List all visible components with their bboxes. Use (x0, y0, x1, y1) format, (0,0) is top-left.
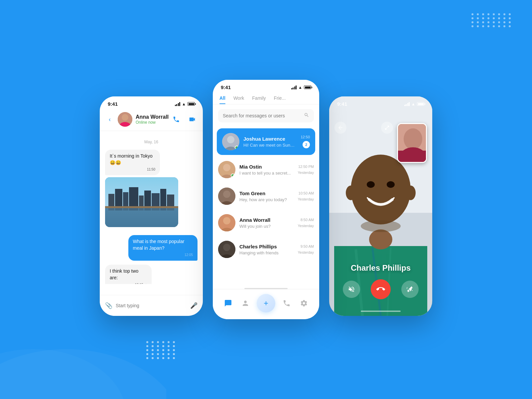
microphone-icon[interactable]: 🎤 (190, 302, 198, 309)
compose-plus-icon: + (264, 299, 268, 308)
chat-status-time: 9:41 (108, 101, 118, 107)
conversation-anna[interactable]: Anna Worrall Will you join us? 8:50 AM Y… (213, 209, 319, 236)
avatar-tom (218, 188, 235, 205)
tab-friends[interactable]: Frie... (274, 95, 286, 104)
list-wifi-icon: ▲ (298, 85, 302, 90)
svg-point-47 (367, 181, 375, 188)
conversation-time-mia: 12:50 PM (298, 165, 314, 169)
contact-name: Anna Worrall (136, 114, 171, 120)
chat-battery (188, 102, 195, 106)
call-wifi-icon: ▲ (411, 102, 415, 106)
conversation-preview-mia: I want to tell you a secret... (239, 171, 294, 176)
conversation-preview-charles: Hanging with friends (239, 250, 294, 255)
video-call-button[interactable] (187, 114, 198, 125)
svg-point-53 (404, 128, 422, 150)
self-video-preview (397, 123, 427, 163)
avatar-anna (218, 214, 235, 231)
svg-point-45 (369, 229, 392, 249)
list-signal (291, 85, 297, 89)
conversation-time-joshua: 12:50 (301, 135, 310, 139)
conversation-meta-joshua: 12:50 2 (301, 135, 310, 148)
tab-family[interactable]: Family (252, 95, 266, 104)
phones-container: 9:41 ▲ ‹ (100, 80, 432, 319)
svg-point-30 (223, 164, 230, 171)
conversation-date-charles: Yesterday (298, 250, 314, 254)
nav-phone-button[interactable] (281, 297, 293, 309)
svg-point-3 (122, 114, 128, 121)
camera-off-button[interactable] (401, 281, 419, 298)
unread-badge-joshua: 2 (303, 141, 310, 148)
conversation-joshua[interactable]: Joshua Lawrence Hi! Can we meet on Sunda… (217, 128, 315, 155)
conversation-content-joshua: Joshua Lawrence Hi! Can we meet on Sunda… (243, 136, 297, 148)
attach-icon[interactable]: 📎 (105, 302, 112, 309)
expand-button[interactable] (381, 122, 393, 134)
conversation-meta-anna: 8:50 AM Yesterday (298, 218, 314, 228)
voice-call-button[interactable] (171, 114, 182, 125)
message-input[interactable] (116, 299, 187, 312)
bg-dots-top-right (471, 13, 512, 27)
chat-wifi-icon: ▲ (182, 102, 186, 106)
message-bubble-received-2: I think top two are: 12:15 ✓ (105, 265, 152, 284)
contact-avatar (118, 112, 132, 127)
list-status-icons: ▲ (291, 85, 311, 90)
svg-point-27 (227, 136, 234, 143)
compose-fab-button[interactable]: + (257, 294, 275, 313)
phone-video-call: 9:41 ▲ (329, 96, 432, 316)
mute-button[interactable] (343, 281, 360, 298)
svg-point-39 (223, 244, 230, 251)
tab-all[interactable]: All (219, 95, 225, 104)
end-call-button[interactable] (371, 279, 391, 299)
svg-point-33 (223, 191, 230, 198)
svg-point-49 (346, 186, 356, 200)
tab-work[interactable]: Work (233, 95, 244, 104)
online-indicator (235, 146, 239, 150)
conversation-time-charles: 9:50 AM (301, 244, 314, 248)
message-text: It`s morning in Tokyo 😀😀 (110, 153, 153, 165)
conversation-mia[interactable]: Mia Ostin I want to tell you a secret...… (213, 156, 319, 183)
contact-status: Online now (136, 120, 171, 125)
list-status-time: 9:41 (221, 84, 231, 90)
date-divider: May, 16 (105, 140, 198, 144)
chat-messages: May, 16 It`s morning in Tokyo 😀😀 11:50 (100, 131, 203, 284)
svg-rect-55 (398, 151, 427, 163)
svg-point-48 (387, 181, 395, 188)
conversation-meta-mia: 12:50 PM Yesterday (298, 165, 314, 175)
bottom-navigation: + (213, 289, 319, 319)
conversation-preview-tom: Hey, how are you today? (239, 197, 294, 202)
message-bubble-sent: What is the most popular meal in Japan? … (128, 235, 198, 261)
chat-signal (175, 102, 181, 106)
message-japan-question: What is the most popular meal in Japan? … (105, 235, 198, 261)
conversation-time-tom: 10:50 AM (299, 191, 314, 195)
phone-messages-list: 9:41 ▲ All Work Family Frie... (213, 80, 319, 319)
conversation-name-mia: Mia Ostin (239, 164, 294, 170)
conversation-content-mia: Mia Ostin I want to tell you a secret... (239, 164, 294, 176)
nav-settings-button[interactable] (298, 297, 310, 309)
conversation-content-tom: Tom Green Hey, how are you today? (239, 191, 294, 202)
conversation-charles[interactable]: Charles Phillips Hanging with friends 9:… (213, 236, 319, 263)
nav-contacts-button[interactable] (239, 297, 251, 309)
list-status-bar: 9:41 ▲ (213, 80, 319, 93)
chat-status-bar: 9:41 ▲ (100, 96, 203, 109)
nav-chat-button[interactable] (222, 297, 234, 309)
conversation-list: Joshua Lawrence Hi! Can we meet on Sunda… (213, 127, 319, 270)
conversation-name-joshua: Joshua Lawrence (243, 136, 297, 142)
caller-name-label: Charles Phillips (329, 263, 432, 273)
message-bubble-received: It`s morning in Tokyo 😀😀 11:50 (105, 150, 160, 175)
svg-point-46 (351, 155, 411, 224)
conversation-tom[interactable]: Tom Green Hey, how are you today? 10:50 … (213, 183, 319, 209)
call-back-button[interactable] (334, 122, 346, 134)
search-bar (218, 109, 314, 122)
chat-header: ‹ Anna Worrall Online now (100, 109, 203, 131)
svg-point-36 (223, 217, 230, 224)
search-icon[interactable] (304, 112, 309, 119)
search-input[interactable] (223, 113, 301, 118)
message-time: 12:05 (133, 253, 193, 257)
conversation-name-charles: Charles Phillips (239, 244, 294, 249)
category-tabs: All Work Family Frie... (213, 93, 319, 104)
call-controls (329, 279, 432, 299)
conversation-meta-tom: 10:50 AM Yesterday (298, 191, 314, 201)
conversation-date-anna: Yesterday (298, 224, 314, 228)
back-button[interactable]: ‹ (105, 115, 114, 124)
message-top-two: I think top two are: 12:15 ✓ (105, 265, 198, 284)
phone-chat: 9:41 ▲ ‹ (100, 96, 203, 316)
